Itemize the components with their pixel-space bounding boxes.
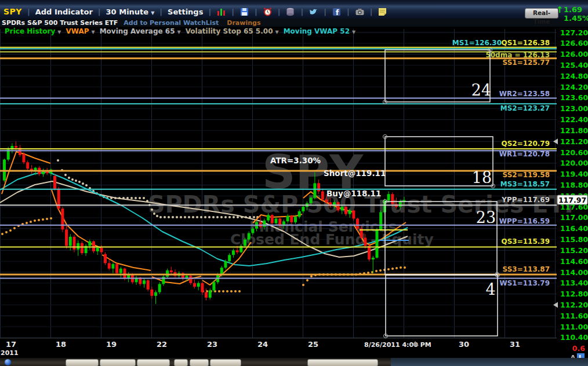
candle-body — [119, 269, 122, 273]
candle-body — [340, 207, 343, 210]
taskbar-button[interactable] — [66, 359, 99, 366]
trade-annotation: ATR=3.30% — [270, 156, 321, 165]
volatility-stop-dot — [71, 178, 74, 181]
taskbar-button[interactable] — [137, 359, 170, 366]
candle-body — [259, 222, 262, 227]
candle-body — [263, 221, 266, 227]
volatility-stop-dot — [130, 197, 133, 199]
add-to-watchlist-link[interactable]: Add to Personal WatchList — [124, 19, 219, 27]
pivot-label: WS1=113.79 — [499, 279, 550, 287]
candle-body — [92, 241, 95, 251]
candle-body — [53, 176, 56, 189]
volatility-stop-dot — [176, 216, 178, 218]
bar-chart-icon[interactable] — [216, 7, 226, 17]
candle-body — [302, 207, 304, 211]
taskbar-button[interactable] — [190, 359, 209, 366]
twitter-icon[interactable] — [308, 7, 318, 17]
candle-body — [325, 200, 328, 203]
pivot-label: MS1=126.30 — [452, 39, 502, 47]
realtime-badge[interactable]: Real-Time — [525, 8, 558, 19]
alarm-icon[interactable] — [263, 7, 273, 17]
candle-body — [275, 219, 278, 224]
pivot-label: WPP=116.59 — [499, 217, 550, 225]
taskbar-button[interactable] — [307, 359, 378, 366]
price-axis-label: 114.00 — [560, 268, 588, 277]
watermark-text: Closed End Fund - Equity — [230, 231, 434, 248]
volatility-stop-dot — [200, 216, 202, 218]
facebook-icon[interactable]: f — [332, 7, 342, 17]
indicator-dropdown[interactable]: Moving Average 65▼ — [100, 27, 181, 35]
taskbar — [0, 358, 588, 366]
candle-body — [166, 270, 169, 277]
candle-body — [244, 240, 246, 246]
volatility-stop-dot — [139, 197, 141, 199]
save-icon[interactable] — [239, 7, 249, 17]
separator: | — [300, 8, 303, 16]
add-indicator-button[interactable]: Add Indicator — [35, 8, 93, 16]
indicator-dropdown[interactable]: VWAP▼ — [66, 27, 95, 35]
candle-body — [310, 197, 313, 203]
date-axis-label: 22 — [157, 340, 167, 349]
indicator-dropdown[interactable]: Volatility Stop 65 5.00▼ — [186, 27, 279, 35]
volatility-stop-dot — [46, 218, 48, 220]
spread-value: 0.6 — [572, 344, 585, 353]
trade-annotation: Short@119.11 — [324, 169, 386, 178]
camera-icon[interactable] — [355, 7, 365, 17]
candle-body — [81, 243, 84, 253]
price-axis-label: 127.20 — [560, 28, 588, 37]
candle-body — [143, 280, 146, 284]
candle-body — [344, 207, 347, 214]
date-axis-year: 2011 — [1, 349, 19, 357]
candle-body — [14, 146, 17, 148]
price-axis-label: 121.80 — [560, 126, 588, 135]
volatility-stop-dot — [218, 290, 220, 292]
candle-body — [313, 183, 316, 197]
volatility-stop-dot — [375, 270, 378, 272]
candle-body — [248, 233, 251, 240]
database-icon[interactable] — [285, 7, 295, 17]
candle-body — [286, 216, 289, 221]
volatility-stop-dot — [172, 216, 174, 218]
volatility-stop-dot — [228, 216, 231, 218]
taskbar-button[interactable] — [210, 359, 241, 366]
pivot-label: MS2=123.27 — [500, 104, 550, 112]
note-icon[interactable] — [378, 7, 387, 17]
drawing-label: 4 — [485, 280, 495, 298]
price-axis-label: 124.80 — [560, 72, 588, 80]
symbol-box[interactable]: SPY — [3, 7, 22, 16]
drawings-link[interactable]: Drawings — [227, 19, 260, 27]
volatility-stop-dot — [82, 182, 84, 185]
volatility-stop-dot — [224, 216, 227, 218]
indicator-legend: Price History▼VWAP▼Moving Average 65▼Vol… — [0, 27, 406, 36]
volatility-stop-dot — [204, 216, 206, 218]
volatility-stop-dot — [214, 290, 216, 292]
taskbar-button[interactable] — [174, 359, 188, 366]
separator: | — [255, 8, 257, 16]
volatility-stop-dot — [153, 213, 155, 215]
volatility-stop-dot — [253, 216, 255, 218]
chevron-down-icon: ▼ — [57, 30, 61, 35]
taskbar-button[interactable] — [100, 359, 136, 366]
volatility-stop-dot — [404, 266, 406, 269]
period-dropdown[interactable]: 30 Minute▼ — [106, 8, 155, 16]
candle-body — [147, 280, 150, 290]
candle-body — [111, 264, 114, 269]
current-price-value: 117.97 — [558, 196, 586, 204]
volatility-stop-dot — [233, 216, 235, 218]
candle-body — [170, 270, 173, 272]
price-chart[interactable]: SPYSPDRs S&P 500 Trust Series ETFFinanci… — [0, 0, 588, 366]
indicator-dropdown[interactable]: Moving VWAP 52▼ — [284, 27, 356, 35]
candle-body — [236, 250, 239, 252]
indicator-dropdown[interactable]: Price History▼ — [5, 27, 61, 35]
volatility-stop-dot — [30, 221, 32, 223]
settings-button[interactable]: Settings — [168, 8, 203, 16]
pivot-label: YPP=117.69 — [501, 196, 550, 204]
chevron-down-icon: ▼ — [151, 10, 154, 16]
candle-body — [189, 276, 192, 283]
pivot-label: QS3=115.39 — [501, 237, 550, 246]
start-orb-icon[interactable] — [5, 359, 11, 365]
price-axis-label: 116.40 — [560, 224, 588, 233]
candle-body — [228, 255, 231, 261]
volatility-stop-dot — [156, 215, 158, 217]
price-axis-label: 125.40 — [560, 61, 588, 69]
